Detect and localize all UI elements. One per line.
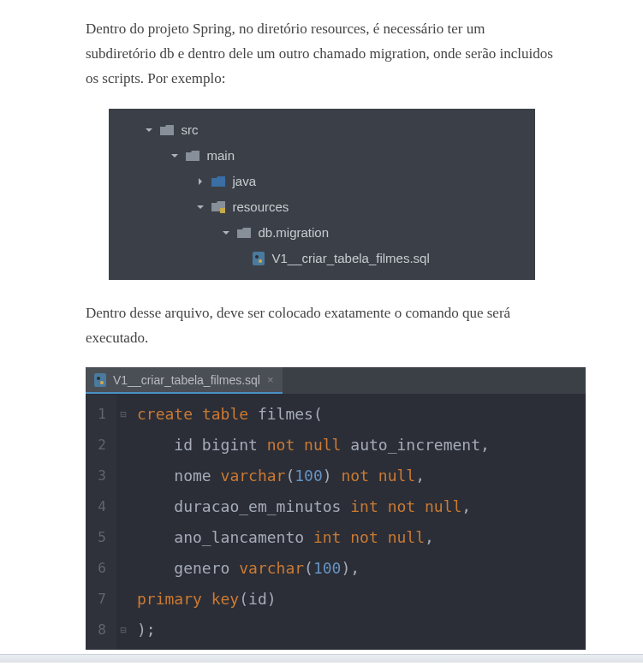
line-number-gutter: 1 2 3 4 5 6 7 8 bbox=[86, 395, 116, 650]
code-line: primary key(id) bbox=[137, 584, 579, 615]
code-editor-panel: V1__criar_tabela_filmes.sql × 1 2 3 4 5 … bbox=[86, 367, 586, 650]
line-number: 3 bbox=[92, 461, 106, 491]
line-number: 4 bbox=[92, 491, 106, 522]
line-number: 5 bbox=[92, 522, 106, 553]
folder-icon bbox=[186, 150, 201, 162]
project-tree-panel: src main java resources db.migration V1_… bbox=[109, 109, 535, 280]
line-number: 1 bbox=[92, 399, 106, 430]
folder-icon bbox=[237, 227, 253, 239]
close-icon[interactable]: × bbox=[267, 373, 274, 386]
svg-rect-4 bbox=[94, 373, 106, 387]
sql-file-icon bbox=[253, 252, 266, 265]
folder-icon bbox=[211, 175, 227, 187]
code-line: ano_lancamento int not null, bbox=[137, 522, 579, 553]
code-line: ); bbox=[137, 615, 579, 645]
editor-tab-bar: V1__criar_tabela_filmes.sql × bbox=[86, 367, 586, 395]
tree-row-migration-file[interactable]: V1__criar_tabela_filmes.sql bbox=[109, 246, 535, 271]
svg-point-2 bbox=[255, 255, 259, 259]
tree-label: V1__criar_tabela_filmes.sql bbox=[272, 251, 430, 265]
resources-folder-icon bbox=[211, 201, 227, 213]
chevron-down-icon bbox=[220, 227, 232, 239]
code-area[interactable]: create table filmes( id bigint not null … bbox=[130, 395, 586, 650]
folder-icon bbox=[160, 124, 176, 136]
svg-rect-0 bbox=[220, 208, 225, 213]
paragraph-file-content: Dentro desse arquivo, deve ser colocado … bbox=[86, 301, 557, 351]
line-number: 2 bbox=[92, 430, 106, 461]
chevron-down-icon bbox=[143, 124, 155, 136]
tree-row-resources[interactable]: resources bbox=[109, 194, 535, 220]
editor-body: 1 2 3 4 5 6 7 8 ⊟ ⊟ create table filmes(… bbox=[86, 395, 586, 650]
editor-tab[interactable]: V1__criar_tabela_filmes.sql × bbox=[86, 367, 283, 394]
svg-point-3 bbox=[259, 259, 262, 263]
tree-row-main[interactable]: main bbox=[109, 143, 535, 169]
sql-file-icon bbox=[94, 373, 108, 387]
tree-label: java bbox=[233, 174, 257, 188]
chevron-right-icon bbox=[194, 175, 206, 187]
tree-label: resources bbox=[233, 199, 289, 214]
tree-row-db-migration[interactable]: db.migration bbox=[109, 220, 535, 246]
tree-label: db.migration bbox=[259, 225, 330, 240]
svg-rect-1 bbox=[253, 252, 265, 265]
tree-label: main bbox=[207, 148, 235, 163]
fold-close-icon[interactable]: ⊟ bbox=[116, 615, 130, 645]
line-number: 8 bbox=[92, 615, 106, 645]
taskbar-strip bbox=[0, 654, 643, 663]
code-line: nome varchar(100) not null, bbox=[137, 461, 579, 491]
line-number: 7 bbox=[92, 584, 106, 615]
fold-gutter: ⊟ ⊟ bbox=[116, 395, 130, 650]
chevron-down-icon bbox=[194, 201, 206, 213]
tab-label: V1__criar_tabela_filmes.sql bbox=[113, 373, 260, 387]
code-line: create table filmes( bbox=[137, 399, 579, 430]
svg-point-6 bbox=[100, 381, 104, 384]
line-number: 6 bbox=[92, 553, 106, 584]
tree-row-java[interactable]: java bbox=[109, 169, 535, 194]
paragraph-intro: Dentro do projeto Spring, no diretório r… bbox=[86, 17, 557, 92]
svg-point-5 bbox=[97, 377, 100, 380]
chevron-down-icon bbox=[169, 150, 181, 162]
tree-row-src[interactable]: src bbox=[109, 117, 535, 143]
fold-open-icon[interactable]: ⊟ bbox=[116, 399, 130, 430]
code-line: genero varchar(100), bbox=[137, 553, 579, 584]
tree-label: src bbox=[182, 122, 199, 137]
code-line: duracao_em_minutos int not null, bbox=[137, 491, 579, 522]
code-line: id bigint not null auto_increment, bbox=[137, 430, 579, 461]
